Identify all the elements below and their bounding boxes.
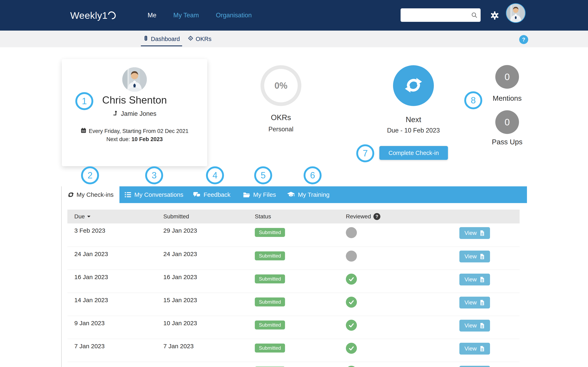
column-header-due[interactable]: Due bbox=[67, 213, 163, 220]
row-reviewed-cell bbox=[346, 316, 432, 339]
view-button[interactable]: View bbox=[459, 343, 490, 355]
mentions-value: 0 bbox=[504, 71, 510, 82]
nav-organisation[interactable]: Organisation bbox=[216, 12, 252, 19]
row-actions-cell: View bbox=[432, 224, 520, 247]
tab-dashboard-label: Dashboard bbox=[151, 36, 180, 42]
nav-me[interactable]: Me bbox=[148, 12, 156, 19]
tab-dashboard[interactable]: Dashboard bbox=[141, 31, 182, 47]
callout-6: 6 bbox=[303, 166, 321, 184]
row-status-cell: Submitted bbox=[255, 339, 346, 362]
reviewed-indicator bbox=[346, 274, 357, 285]
search-box bbox=[401, 8, 481, 22]
tab-my-conversations[interactable]: My Conversations bbox=[125, 186, 183, 203]
table-row: 9 Jan 2023 10 Jan 2023 Submitted View bbox=[67, 316, 520, 339]
row-reviewed-cell bbox=[346, 293, 432, 316]
callout-8: 8 bbox=[464, 91, 482, 109]
view-button[interactable]: View bbox=[459, 366, 490, 367]
tab-feedback[interactable]: Feedback bbox=[193, 186, 231, 203]
document-icon bbox=[480, 230, 485, 236]
reviewed-indicator bbox=[346, 320, 357, 331]
search-input[interactable] bbox=[401, 12, 471, 18]
tab-my-checkins[interactable]: My Check-ins bbox=[61, 186, 120, 203]
profile-schedule-text: Every Friday, Starting From 02 Dec 2021 bbox=[89, 128, 189, 134]
profile-manager-row: Jamie Jones bbox=[62, 110, 207, 117]
row-status-cell: Submitted bbox=[255, 362, 346, 367]
view-button-label: View bbox=[465, 253, 477, 260]
next-due-label: Next due: bbox=[106, 136, 130, 142]
weekly10-dashboard: Weekly1 Me My Team Organisation bbox=[0, 0, 588, 367]
main-nav: Me My Team Organisation bbox=[148, 0, 252, 31]
next-due-date: 10 Feb 2023 bbox=[131, 136, 163, 142]
table-header: Due Submitted Status Reviewed ? bbox=[67, 210, 520, 224]
table-row: 16 Jan 2023 16 Jan 2023 Submitted View bbox=[67, 269, 520, 292]
folder-open-icon bbox=[243, 192, 250, 198]
active-tab-underline bbox=[141, 45, 182, 46]
panel-left-border bbox=[61, 186, 62, 367]
okr-subtitle: Personal bbox=[260, 125, 301, 133]
traffic-light-icon bbox=[143, 35, 149, 42]
status-badge: Submitted bbox=[255, 298, 285, 307]
reviewed-indicator bbox=[346, 227, 357, 238]
row-reviewed-cell bbox=[346, 247, 432, 269]
settings-gear-icon[interactable] bbox=[490, 11, 499, 20]
callout-3: 3 bbox=[145, 166, 163, 184]
row-status-cell: Submitted bbox=[255, 224, 346, 247]
tab-feedback-label: Feedback bbox=[204, 191, 231, 198]
row-submitted-date: 16 Jan 2023 bbox=[163, 270, 255, 292]
callout-4: 4 bbox=[206, 166, 224, 184]
sort-caret-down-icon bbox=[87, 216, 90, 219]
callout-1: 1 bbox=[75, 92, 93, 110]
okr-title: OKRs bbox=[260, 113, 301, 122]
reviewed-indicator bbox=[346, 297, 357, 308]
row-actions-cell: View bbox=[432, 316, 520, 339]
profile-next-due: Next due: 10 Feb 2023 bbox=[62, 136, 207, 142]
mentions-label: Mentions bbox=[483, 94, 532, 102]
logo-text: Weekly1 bbox=[70, 10, 108, 21]
view-button[interactable]: View bbox=[459, 227, 490, 239]
reviewed-indicator bbox=[346, 250, 357, 262]
status-badge: Submitted bbox=[255, 251, 285, 260]
row-due-date: 24 Jan 2023 bbox=[67, 247, 163, 269]
status-badge: Submitted bbox=[255, 343, 285, 352]
profile-avatar bbox=[122, 67, 147, 92]
reviewed-header-label: Reviewed bbox=[346, 213, 371, 220]
document-icon bbox=[480, 346, 485, 352]
row-actions-cell: View bbox=[432, 293, 520, 316]
reviewed-indicator bbox=[346, 343, 357, 354]
document-icon bbox=[480, 253, 485, 259]
view-button[interactable]: View bbox=[459, 250, 490, 262]
tab-my-files[interactable]: My Files bbox=[243, 186, 276, 203]
complete-checkin-button[interactable]: Complete Check-in bbox=[379, 146, 448, 160]
tab-my-training[interactable]: My Training bbox=[287, 186, 329, 203]
row-actions-cell: View bbox=[432, 362, 520, 367]
column-header-reviewed: Reviewed ? bbox=[346, 213, 432, 220]
row-status-cell: Submitted bbox=[255, 270, 346, 292]
calendar-icon bbox=[81, 128, 86, 135]
row-submitted-date: 29 Jan 2023 bbox=[163, 224, 255, 247]
callout-7: 7 bbox=[356, 144, 374, 162]
row-status-cell: Submitted bbox=[255, 293, 346, 316]
avatar-photo bbox=[507, 4, 525, 22]
status-badge: Submitted bbox=[255, 228, 285, 237]
table-row: 14 Jan 2023 15 Jan 2023 Submitted View bbox=[67, 292, 520, 316]
view-button[interactable]: View bbox=[459, 297, 490, 309]
nav-my-team[interactable]: My Team bbox=[173, 12, 199, 19]
reviewed-help-icon[interactable]: ? bbox=[373, 213, 380, 220]
view-button[interactable]: View bbox=[459, 320, 490, 332]
tab-okrs[interactable]: OKRs bbox=[187, 31, 212, 47]
row-due-date: 14 Jan 2023 bbox=[67, 293, 163, 316]
target-icon bbox=[188, 35, 193, 42]
okr-percent: 0% bbox=[274, 81, 287, 91]
search-icon[interactable] bbox=[471, 12, 478, 18]
help-icon[interactable]: ? bbox=[519, 35, 528, 44]
callout-5: 5 bbox=[254, 166, 272, 184]
status-badge: Submitted bbox=[255, 275, 285, 284]
table-body: 3 Feb 2023 29 Jan 2023 Submitted View 24… bbox=[67, 224, 520, 367]
table-row: 3 Feb 2023 29 Jan 2023 Submitted View bbox=[67, 224, 520, 247]
list-icon bbox=[125, 191, 131, 198]
passups-counter: 0 bbox=[495, 110, 519, 134]
reviewed-indicator bbox=[346, 366, 357, 367]
user-avatar[interactable] bbox=[506, 3, 526, 23]
view-button-label: View bbox=[465, 345, 477, 352]
view-button[interactable]: View bbox=[459, 274, 490, 285]
